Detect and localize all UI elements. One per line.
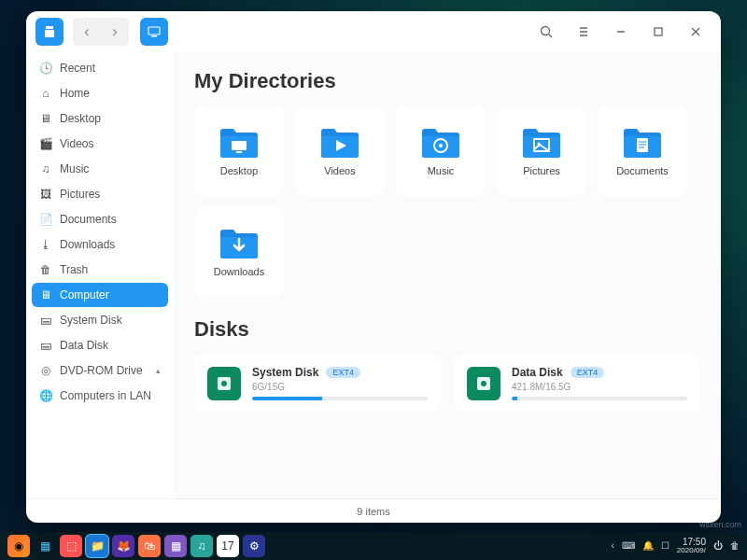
maximize-button[interactable] xyxy=(642,18,674,46)
folder-label: Pictures xyxy=(523,165,560,176)
svg-rect-3 xyxy=(151,35,157,37)
close-button[interactable] xyxy=(680,18,712,46)
sidebar-item-pictures[interactable]: 🖼Pictures xyxy=(32,182,168,206)
taskbar-app1-icon[interactable]: ⬚ xyxy=(60,535,82,557)
sidebar-item-downloads[interactable]: ⭳Downloads xyxy=(32,232,168,257)
sidebar-label: Desktop xyxy=(60,112,101,125)
folder-videos[interactable]: Videos xyxy=(295,106,385,196)
tray-keyboard-icon[interactable]: ⌨ xyxy=(622,540,635,551)
app-icon[interactable] xyxy=(35,18,63,46)
sidebar-item-documents[interactable]: 📄Documents xyxy=(32,207,168,231)
folder-label: Downloads xyxy=(214,266,264,277)
tray-power-icon[interactable]: ⏻ xyxy=(713,540,723,551)
tray-trash-icon[interactable]: 🗑 xyxy=(730,540,740,551)
disk-name: Data Disk xyxy=(512,366,563,379)
taskbar-settings-icon[interactable]: ⚙ xyxy=(243,535,265,557)
sidebar-icon: ♫ xyxy=(39,162,52,175)
disk-icon xyxy=(207,367,241,400)
system-tray: ‹ ⌨ 🔔 ☐ 17:50 2020/09/ ⏻ 🗑 xyxy=(612,537,740,555)
sidebar-item-home[interactable]: ⌂Home xyxy=(32,81,168,105)
minimize-button[interactable] xyxy=(605,18,637,46)
tray-desktop-icon[interactable]: ☐ xyxy=(661,540,669,551)
sidebar-label: Pictures xyxy=(60,188,100,201)
folder-icon xyxy=(319,126,360,160)
folder-icon xyxy=(218,227,260,260)
folder-documents[interactable]: Documents xyxy=(598,106,687,196)
location-computer-button[interactable] xyxy=(140,18,168,46)
folder-icon xyxy=(521,126,562,160)
status-bar: 9 items xyxy=(26,498,721,523)
taskbar-calendar-icon[interactable]: 17 xyxy=(217,535,239,557)
sidebar-item-recent[interactable]: 🕓Recent xyxy=(32,56,168,80)
content-area: My Directories DesktopVideosMusicPicture… xyxy=(174,52,721,498)
taskbar-filemanager-icon[interactable]: 📁 xyxy=(86,535,108,557)
folder-icon xyxy=(218,126,260,160)
svg-rect-13 xyxy=(232,141,247,150)
sidebar-item-trash[interactable]: 🗑Trash xyxy=(32,258,168,282)
titlebar: ‹ › xyxy=(26,11,721,52)
launcher-icon[interactable]: ◉ xyxy=(7,535,30,557)
directories-heading: My Directories xyxy=(194,69,700,93)
sidebar-label: Trash xyxy=(60,263,88,276)
disk-usage: 421.8M/16.5G xyxy=(512,382,687,392)
disk-fs-badge: EXT4 xyxy=(571,367,605,378)
folder-desktop[interactable]: Desktop xyxy=(194,106,284,196)
disk-fs-badge: EXT4 xyxy=(326,367,360,378)
sidebar-item-system-disk[interactable]: 🖴System Disk xyxy=(32,308,168,332)
sidebar-icon: 🖴 xyxy=(39,339,52,352)
taskbar: ◉ ▦ ⬚ 📁 🦊 🛍 ▦ ♫ 17 ⚙ ‹ ⌨ 🔔 ☐ 17:50 2020/… xyxy=(0,532,747,560)
search-icon[interactable] xyxy=(530,18,562,46)
disk-system-disk[interactable]: System DiskEXT46G/15G xyxy=(194,355,441,412)
sidebar-icon: 🖴 xyxy=(39,314,52,327)
svg-rect-1 xyxy=(45,30,54,37)
sidebar-label: System Disk xyxy=(60,314,122,327)
menu-icon[interactable] xyxy=(568,18,599,46)
folder-label: Desktop xyxy=(220,165,258,176)
disk-bar xyxy=(512,397,687,400)
folder-music[interactable]: Music xyxy=(396,106,486,196)
nav-group: ‹ › xyxy=(73,18,129,46)
sidebar-label: Documents xyxy=(60,213,117,226)
sidebar-item-music[interactable]: ♫Music xyxy=(32,157,168,181)
tray-notification-icon[interactable]: 🔔 xyxy=(642,540,654,551)
disk-bar xyxy=(252,397,428,400)
sidebar-icon: 📄 xyxy=(39,213,52,226)
taskbar-music-icon[interactable]: ♫ xyxy=(190,535,213,557)
sidebar-label: Computers in LAN xyxy=(60,389,151,402)
folder-downloads[interactable]: Downloads xyxy=(194,207,284,297)
svg-rect-2 xyxy=(148,27,160,35)
clock[interactable]: 17:50 2020/09/ xyxy=(677,537,706,555)
sidebar-label: Music xyxy=(60,162,89,175)
taskbar-workspace-icon[interactable]: ▦ xyxy=(34,535,56,557)
svg-point-17 xyxy=(439,144,443,147)
sidebar-label: Recent xyxy=(60,62,95,75)
sidebar-label: Home xyxy=(60,87,90,100)
sidebar-item-desktop[interactable]: 🖥Desktop xyxy=(32,106,168,131)
sidebar-item-data-disk[interactable]: 🖴Data Disk xyxy=(32,333,168,357)
sidebar-item-computers-in-lan[interactable]: 🌐Computers in LAN xyxy=(32,384,168,408)
tray-chevron-icon[interactable]: ‹ xyxy=(612,540,614,551)
folder-pictures[interactable]: Pictures xyxy=(497,106,586,196)
sidebar-label: Downloads xyxy=(60,238,115,251)
disks-row: System DiskEXT46G/15GData DiskEXT4421.8M… xyxy=(194,355,700,412)
sidebar-item-dvd-rom-drive[interactable]: ◎DVD-ROM Drive▴ xyxy=(32,358,168,383)
disk-icon xyxy=(467,367,500,400)
status-text: 9 items xyxy=(357,506,389,517)
sidebar-item-videos[interactable]: 🎬Videos xyxy=(32,132,168,156)
disk-usage: 6G/15G xyxy=(252,382,428,392)
svg-rect-0 xyxy=(46,26,53,29)
file-manager-window: ‹ › 🕓Recent⌂Home🖥Desktop🎬Videos♫Music🖼Pi… xyxy=(26,11,721,523)
taskbar-app5-icon[interactable]: ▦ xyxy=(164,535,187,557)
disk-name: System Disk xyxy=(252,366,318,379)
directories-grid: DesktopVideosMusicPicturesDocumentsDownl… xyxy=(194,106,700,297)
forward-button[interactable]: › xyxy=(101,18,129,46)
taskbar-store-icon[interactable]: 🛍 xyxy=(138,535,161,557)
disk-data-disk[interactable]: Data DiskEXT4421.8M/16.5G xyxy=(454,355,700,412)
sidebar-label: Data Disk xyxy=(60,339,108,352)
watermark: wsxen.com xyxy=(699,520,741,529)
back-button[interactable]: ‹ xyxy=(73,18,101,46)
sidebar-item-computer[interactable]: 🖥Computer xyxy=(32,283,168,307)
folder-label: Music xyxy=(428,165,455,176)
svg-point-4 xyxy=(542,27,550,35)
taskbar-firefox-icon[interactable]: 🦊 xyxy=(112,535,134,557)
